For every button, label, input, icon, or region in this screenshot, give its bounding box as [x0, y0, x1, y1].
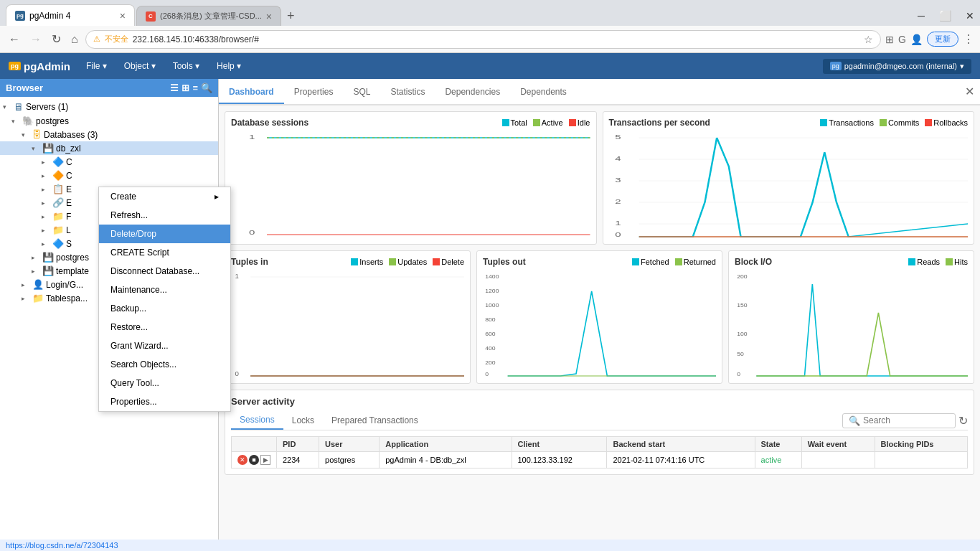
minimize-icon[interactable]: ─: [918, 10, 925, 22]
context-menu-create[interactable]: Create▸: [99, 187, 230, 206]
menu-tools[interactable]: Tools ▾: [166, 58, 207, 74]
tab-csdn[interactable]: C (268条消息) 文章管理-CSD... ×: [136, 6, 281, 26]
menu-object[interactable]: Object ▾: [117, 58, 163, 74]
close-icon[interactable]: ✕: [966, 10, 974, 22]
tab-favicon-pgadmin: pg: [15, 11, 25, 21]
tree-item-postgres[interactable]: ▾ 🐘 postgres: [0, 114, 218, 128]
search-icon: 🔍: [849, 415, 860, 426]
context-menu-search-objects[interactable]: Search Objects...: [99, 355, 230, 374]
tab-dashboard[interactable]: Dashboard: [219, 81, 284, 104]
right-panel: Dashboard Properties SQL Statistics Depe…: [219, 79, 980, 551]
col-header-wait-event[interactable]: Wait event: [801, 437, 875, 452]
tree-item-c1[interactable]: ▸ 🔷 C: [0, 155, 218, 169]
tab-sql[interactable]: SQL: [343, 81, 380, 103]
tab-close-csdn[interactable]: ×: [266, 11, 272, 22]
svg-text:1: 1: [249, 133, 255, 141]
col-header-state[interactable]: State: [755, 437, 801, 452]
context-menu-create-script[interactable]: CREATE Script: [99, 243, 230, 262]
menu-help[interactable]: Help ▾: [209, 58, 248, 74]
update-button[interactable]: 更新: [927, 32, 958, 47]
home-button[interactable]: ⌂: [68, 32, 81, 47]
context-menu: Create▸ Refresh... Delete/Drop CREATE Sc…: [98, 187, 231, 412]
context-menu-query-tool[interactable]: Query Tool...: [99, 374, 230, 392]
user-info: pg pgadmin@dmgeo.com (internal) ▾: [823, 59, 971, 74]
row-backend-start: 2021-02-11 07:41:16 UTC: [607, 452, 755, 468]
svg-text:4: 4: [615, 155, 621, 162]
user-icon[interactable]: 👤: [910, 34, 923, 45]
activity-tab-locks[interactable]: Locks: [283, 412, 323, 429]
sidebar-tool-details[interactable]: ≡: [192, 83, 198, 93]
play-button[interactable]: ▶: [260, 455, 270, 465]
server-activity: Server activity Sessions Locks Prepared …: [225, 390, 974, 475]
tree-item-databases[interactable]: ▾ 🗄 Databases (3): [0, 128, 218, 141]
svg-text:200: 200: [485, 359, 496, 366]
tree-item-c2[interactable]: ▸ 🔶 C: [0, 169, 218, 182]
context-menu-refresh[interactable]: Refresh...: [99, 206, 230, 225]
new-tab-button[interactable]: +: [281, 6, 301, 26]
chart-tuples-in-title: Tuples in: [231, 257, 268, 267]
tab-close-pgadmin[interactable]: ×: [120, 10, 126, 22]
forward-button[interactable]: →: [27, 32, 44, 47]
col-header-user[interactable]: User: [319, 437, 380, 452]
chrome-menu-icon[interactable]: ⋮: [963, 32, 974, 46]
sidebar-tool-search[interactable]: 🔍: [201, 83, 212, 93]
col-header-client[interactable]: Client: [512, 437, 607, 452]
svg-text:0: 0: [615, 231, 621, 238]
tab-pgadmin[interactable]: pg pgAdmin 4 ×: [6, 4, 135, 26]
sidebar-tool-grid[interactable]: ⊞: [182, 83, 189, 93]
svg-text:3: 3: [615, 176, 621, 184]
col-header-blocking-pids[interactable]: Blocking PIDs: [875, 437, 967, 452]
tab-dependents[interactable]: Dependents: [510, 81, 577, 103]
row-client: 100.123.33.192: [512, 452, 607, 468]
context-menu-restore[interactable]: Restore...: [99, 318, 230, 336]
dashboard: Database sessions Total Active Idle 1 0: [219, 105, 980, 551]
activity-tab-prepared[interactable]: Prepared Transactions: [323, 412, 427, 429]
activity-tab-sessions[interactable]: Sessions: [231, 411, 283, 430]
pause-button[interactable]: ■: [249, 455, 259, 465]
main-layout: Browser ☰ ⊞ ≡ 🔍 ▾ 🖥 Servers (1) ▾ 🐘 post…: [0, 79, 980, 551]
col-header-backend-start[interactable]: Backend start: [607, 437, 755, 452]
activity-title: Server activity: [231, 396, 968, 407]
panel-close-icon[interactable]: ✕: [959, 79, 980, 104]
row-controls: ✕ ■ ▶: [232, 452, 277, 468]
context-menu-grant-wizard[interactable]: Grant Wizard...: [99, 336, 230, 355]
back-button[interactable]: ←: [6, 32, 23, 47]
stop-button[interactable]: ✕: [237, 455, 248, 465]
tab-label-csdn: (268条消息) 文章管理-CSD...: [160, 11, 262, 22]
context-menu-disconnect[interactable]: Disconnect Database...: [99, 262, 230, 281]
tree-item-servers[interactable]: ▾ 🖥 Servers (1): [0, 100, 218, 114]
refresh-button[interactable]: ↻: [958, 414, 968, 428]
translate-icon[interactable]: G: [898, 34, 906, 45]
search-box: 🔍: [842, 413, 956, 428]
context-menu-properties[interactable]: Properties...: [99, 392, 230, 411]
tab-dependencies[interactable]: Dependencies: [435, 81, 510, 103]
status-url: https://blog.csdn.ne/a/72304143: [6, 541, 118, 550]
search-input[interactable]: [863, 415, 949, 425]
context-menu-backup[interactable]: Backup...: [99, 299, 230, 318]
pgadmin-header: pg pgAdmin File ▾ Object ▾ Tools ▾ Help …: [0, 53, 980, 79]
svg-text:5: 5: [615, 133, 621, 141]
svg-text:1: 1: [615, 220, 621, 227]
col-header-application[interactable]: Application: [380, 437, 512, 452]
chart-transactions: Transactions per second Transactions Com…: [603, 111, 975, 245]
context-menu-maintenance[interactable]: Maintenance...: [99, 281, 230, 299]
context-menu-delete-drop[interactable]: Delete/Drop: [99, 225, 230, 243]
bookmark-icon[interactable]: ☆: [864, 34, 873, 45]
svg-text:0: 0: [249, 229, 255, 236]
browser-chrome: pg pgAdmin 4 × C (268条消息) 文章管理-CSD... × …: [0, 0, 980, 26]
svg-text:0: 0: [235, 370, 238, 377]
maximize-icon[interactable]: ⬜: [939, 10, 951, 22]
extensions-icon[interactable]: ⊞: [885, 34, 894, 45]
col-header-pid[interactable]: PID: [277, 437, 319, 452]
tab-statistics[interactable]: Statistics: [380, 81, 435, 103]
svg-text:600: 600: [485, 330, 496, 337]
chart-transactions-title: Transactions per second: [609, 118, 710, 128]
tab-properties[interactable]: Properties: [284, 81, 344, 103]
url-display[interactable]: 232.168.145.10:46338/browser/#: [133, 34, 859, 44]
reload-button[interactable]: ↻: [49, 31, 64, 47]
sidebar-tool-list[interactable]: ☰: [170, 83, 179, 93]
tree-item-db-zxl[interactable]: ▾ 💾 db_zxl: [0, 141, 218, 155]
sidebar-title: Browser: [6, 83, 43, 93]
menu-file[interactable]: File ▾: [79, 58, 114, 74]
security-warning-icon: ⚠: [93, 34, 100, 44]
